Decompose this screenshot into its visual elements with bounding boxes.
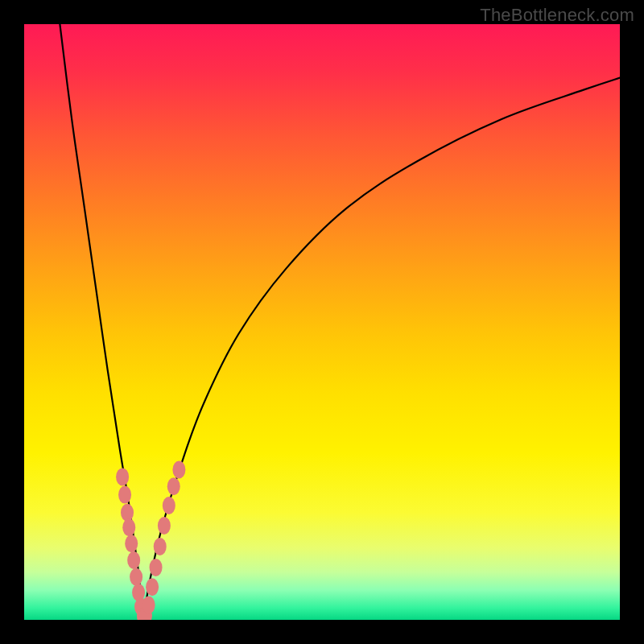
data-point-marker (167, 477, 180, 495)
data-point-marker (158, 517, 171, 535)
data-point-marker (172, 461, 185, 479)
data-point-marker (130, 568, 142, 586)
data-point-marker (142, 597, 155, 614)
plot-area (24, 24, 620, 620)
data-point-marker (116, 468, 129, 485)
data-point-marker (154, 538, 167, 555)
data-point-marker (125, 535, 138, 552)
data-point-marker (122, 518, 135, 536)
chart-frame: TheBottleneck.com (0, 0, 644, 644)
data-point-marker (146, 578, 159, 596)
watermark-text: TheBottleneck.com (480, 5, 634, 26)
data-point-marker (127, 551, 140, 569)
data-point-marker (121, 504, 134, 522)
bottleneck-curve-right (143, 78, 620, 619)
data-point-marker (163, 497, 175, 514)
data-point-marker (118, 486, 131, 504)
data-point-marker (150, 559, 163, 576)
curve-layer (24, 24, 620, 620)
